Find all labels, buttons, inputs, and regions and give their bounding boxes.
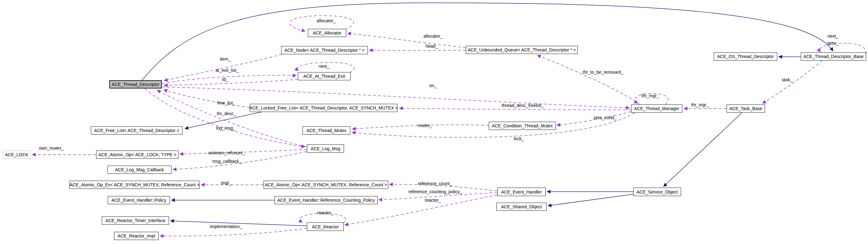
class-node-ace-unbounded-queue[interactable]: ACE_Unbounded_Queue< ACE_Thread_Descript… <box>466 46 578 54</box>
edge-inherit-shared-object <box>548 194 633 206</box>
edge-label-at-exit-list: at_exit_list_ <box>216 68 239 73</box>
class-node-ace-free-list[interactable]: ACE_Free_List< ACE_Thread_Descriptor > <box>91 127 183 135</box>
class-node-ace-event-handler-rcp[interactable]: ACE_Event_Handler::Reference_Counting_Po… <box>275 196 378 204</box>
class-node-ace-log-msg[interactable]: ACE_Log_Msg <box>307 144 344 153</box>
class-node-ace-atomic-op-lock-type[interactable]: ACE_Atomic_Op< ACE_LOCK, TYPE > <box>96 150 179 159</box>
edge-thread-desc-freelist <box>399 108 631 110</box>
class-node-ace-event-handler[interactable]: ACE_Event_Handler <box>497 187 546 196</box>
class-node-ace-thread-descriptor-base[interactable]: ACE_Thread_Descriptor_Base <box>801 53 866 61</box>
class-node-ace-condition-thread-mutex[interactable]: ACE_Condition_Thread_Mutex <box>489 122 556 130</box>
edge-label-reactor: reactor_ <box>317 210 333 215</box>
class-node-ace-node[interactable]: ACE_Node< ACE_Thread_Descriptor * > <box>281 46 368 54</box>
edge-label-log-msg: log_msg_ <box>216 126 235 131</box>
class-node-ace-thread-manager[interactable]: ACE_Thread_Manager <box>631 104 682 113</box>
edge-label-thr-to-be-removed: thr_to_be_removed_ <box>583 70 623 75</box>
class-node-ace-task-base[interactable]: ACE_Task_Base <box>726 104 765 113</box>
edge-queue-node-head <box>369 50 466 50</box>
edge-label-msg-callback: msg_callback_ <box>212 159 242 164</box>
class-node-ace-atomic-op-ex[interactable]: ACE_Atomic_Op_Ex< ACE_SYNCH_MUTEX, Refer… <box>69 181 199 189</box>
class-node-ace-os-thread-descriptor[interactable]: ACE_OS_Thread_Descriptor <box>714 53 777 61</box>
edge-label-allocator: allocator_ <box>317 18 336 23</box>
edge-label-own-mutex: own_mutex_ <box>39 146 64 150</box>
edge-label-prev: prev_ <box>828 40 838 45</box>
class-node-ace-thread-mutex[interactable]: ACE_Thread_Mutex <box>303 127 350 135</box>
class-node-ace-allocator[interactable]: ACE_Allocator <box>308 29 346 37</box>
class-node-ace-reactor-timer-interface[interactable]: ACE_Reactor_Timer_Interface <box>102 216 169 224</box>
class-node-ace-shared-object[interactable]: ACE_Shared_Object <box>496 203 547 211</box>
edge-inherit-service-object <box>663 113 742 187</box>
class-node-ace-locked-free-list[interactable]: ACE_Locked_Free_List< ACE_Thread_Descrip… <box>250 104 397 112</box>
edge-label-ostream-refcount: ostream_refcount_ <box>208 150 245 155</box>
edge-thr-to-be-removed <box>537 55 640 104</box>
edge-queue-allocator <box>347 33 466 48</box>
edge-label-head: head_ <box>426 44 438 48</box>
class-node-ace-service-object[interactable]: ACE_Service_Object <box>633 187 681 196</box>
class-node-ace-log-msg-callback[interactable]: ACE_Log_Msg_Callback <box>107 166 172 174</box>
edge-implementation <box>160 229 307 236</box>
edge-label-reference-counting-policy: reference_counting_policy_ <box>408 189 462 194</box>
class-node-ace-thread-descriptor: ACE_Thread_Descriptor <box>109 80 162 89</box>
edge-label-impl: impl_ <box>221 180 231 185</box>
edge-label-lock: lock_ <box>514 136 524 141</box>
edge-label-thread-desc-freelist: thread_desc_freelist_ <box>502 103 544 108</box>
edge-label-thr-mgr: thr_mgr_ <box>642 93 659 98</box>
edge-label-reactor: reactor_ <box>425 198 441 203</box>
class-node-ace-atomic-op-synch[interactable]: ACE_Atomic_Op< ACE_SYNCH_MUTEX, Referenc… <box>264 181 388 189</box>
class-node-ace-reactor-impl[interactable]: ACE_Reactor_Impl <box>114 232 159 240</box>
edge-label-td: td_ <box>222 77 228 82</box>
edge-label-item: item_ <box>220 57 230 62</box>
edge-label-thr-desc: thr_desc_ <box>217 111 236 116</box>
edge-label-mutex: mutex_ <box>418 123 432 128</box>
class-node-ace-reactor[interactable]: ACE_Reactor <box>307 222 344 231</box>
edge-label-implementation: implementation_ <box>210 224 242 229</box>
edge-label-thr-mgr: thr_mgr_ <box>691 102 709 107</box>
edge-log-msg <box>145 89 305 147</box>
edge-label-allocator: allocator_ <box>424 34 443 39</box>
edge-label-task: task_ <box>782 77 792 82</box>
edge-label-reference-count: reference_count_ <box>418 181 452 186</box>
class-node-ace-lock[interactable]: ACE_LOCK <box>2 150 31 159</box>
edge-label-next: next_ <box>318 64 329 69</box>
edge-label-tm: tm_ <box>429 83 437 88</box>
edge-inherit-thread-descriptor-base <box>142 3 833 80</box>
edge-task <box>763 61 823 104</box>
edge-label-next: next_ <box>828 34 838 39</box>
edge-label-free-list: free_list_ <box>217 100 235 105</box>
edge-free-list <box>164 90 250 107</box>
class-node-ace-event-handler-policy[interactable]: ACE_Event_Handler::Policy <box>108 196 170 204</box>
collaboration-diagram: ACE_Thread_DescriptorACE_AllocatorACE_No… <box>0 0 868 245</box>
class-node-ace-at-thread-exit[interactable]: ACE_At_Thread_Exit <box>298 72 350 80</box>
edge-label-zero-cond: zero_cond_ <box>593 115 616 120</box>
